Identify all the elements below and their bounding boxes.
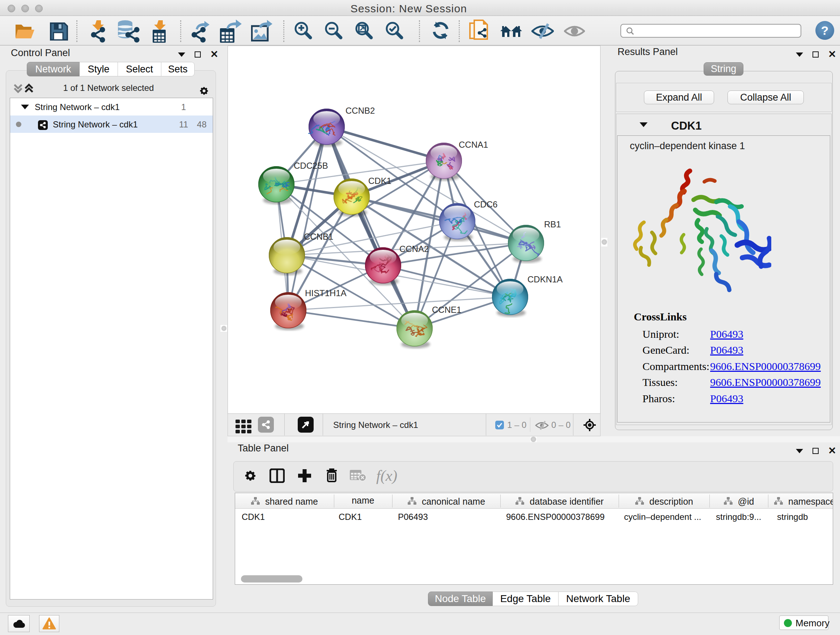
svg-text:RB1: RB1 <box>544 219 561 229</box>
svg-text:CCNE1: CCNE1 <box>432 305 461 315</box>
svg-text:CDC25B: CDC25B <box>294 161 328 171</box>
svg-text:CCNB2: CCNB2 <box>346 106 375 116</box>
svg-text:CCNB1: CCNB1 <box>304 232 333 241</box>
svg-text:HIST1H1A: HIST1H1A <box>305 288 347 298</box>
svg-text:CDC6: CDC6 <box>474 200 497 209</box>
svg-text:CCNA1: CCNA1 <box>459 140 488 149</box>
svg-text:CDKN1A: CDKN1A <box>527 274 562 284</box>
svg-text:CDK1: CDK1 <box>368 176 392 186</box>
svg-text:CCNA2: CCNA2 <box>399 244 429 254</box>
